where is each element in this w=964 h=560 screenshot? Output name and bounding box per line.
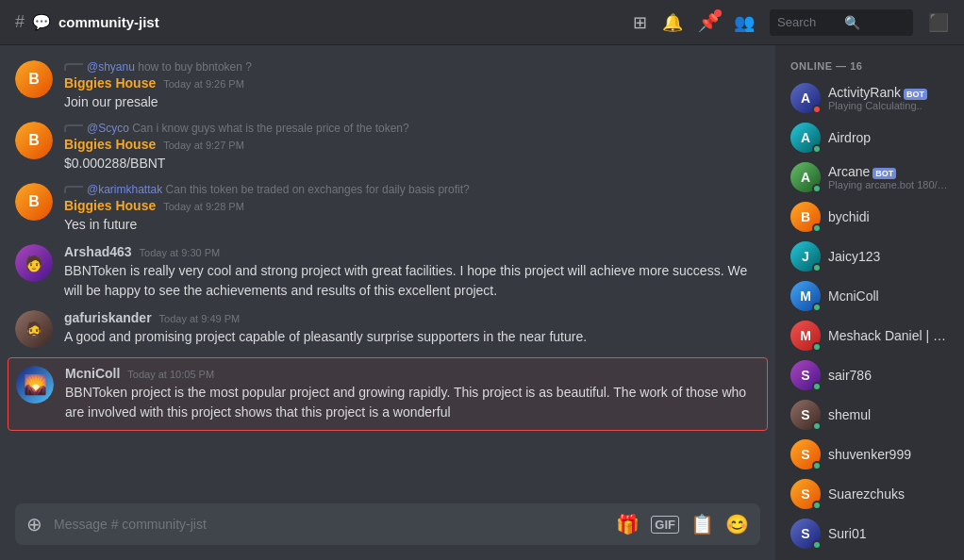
member-avatar: S <box>790 519 821 549</box>
online-member[interactable]: Sshemul <box>783 396 956 434</box>
online-member[interactable]: Ssair786 <box>783 356 956 394</box>
message-text: $0.000288/BBNT <box>64 154 760 173</box>
pin-icon[interactable]: 📌 <box>698 12 719 33</box>
hashtag-icon[interactable]: ⊞ <box>633 12 647 33</box>
member-name: sair786 <box>828 368 949 383</box>
online-header: ONLINE — 16 <box>783 60 956 72</box>
username: Biggies House <box>64 75 156 91</box>
online-member[interactable]: AAirdrop <box>783 119 956 156</box>
avatar: 🧑 <box>15 244 53 282</box>
avatar-image: 🌄 <box>16 366 54 404</box>
online-member[interactable]: SSuri01 <box>783 515 956 552</box>
add-icon[interactable]: ⊕ <box>26 513 42 535</box>
member-avatar: S <box>790 400 821 430</box>
member-avatar: A <box>790 123 821 153</box>
reply-indicator: @shyanu how to buy bbntoken ? <box>64 60 760 74</box>
message-header: Biggies HouseToday at 9:26 PM <box>64 75 760 91</box>
member-info: Suri01 <box>828 526 949 541</box>
sticker-icon[interactable]: 📋 <box>690 513 714 535</box>
emoji-icon[interactable]: 😊 <box>725 513 749 535</box>
reply-line <box>64 186 83 193</box>
inbox-icon[interactable]: ⬛ <box>928 12 949 33</box>
online-member[interactable]: MMeshack Daniel | wo <box>783 317 956 354</box>
gif-icon[interactable]: GIF <box>651 516 679 534</box>
member-avatar: S <box>790 439 821 469</box>
member-info: bychidi <box>828 209 949 224</box>
main-content: B@shyanu how to buy bbntoken ?Biggies Ho… <box>0 45 964 560</box>
members-icon[interactable]: 👥 <box>734 12 755 33</box>
input-tools: 🎁 GIF 📋 😊 <box>616 513 749 535</box>
avatar: B <box>15 122 53 159</box>
timestamp: Today at 9:30 PM <box>140 247 221 258</box>
online-sidebar: ONLINE — 16 AActivityRankBOTPlaying Calc… <box>775 45 964 560</box>
message-input[interactable]: Message # community-jist <box>54 517 605 532</box>
hash-icon: # <box>15 12 25 32</box>
message-content: @karimkhattak Can this token be traded o… <box>64 183 760 235</box>
status-dot <box>812 461 822 470</box>
member-avatar: S <box>790 360 821 390</box>
member-name: ActivityRankBOT <box>828 85 949 100</box>
member-name: Suri01 <box>828 526 949 541</box>
chat-area: B@shyanu how to buy bbntoken ?Biggies Ho… <box>0 45 775 560</box>
gift-icon[interactable]: 🎁 <box>616 513 640 535</box>
message-header: Biggies HouseToday at 9:27 PM <box>64 137 760 152</box>
search-icon: 🔍 <box>844 15 906 30</box>
bell-icon[interactable]: 🔔 <box>662 12 683 33</box>
status-dot <box>812 382 822 391</box>
online-member[interactable]: SSuarezchuks <box>783 475 956 513</box>
reply-line <box>64 124 83 132</box>
avatar: B <box>15 60 53 98</box>
member-status: Playing arcane.bot 180/736 <box>828 179 949 190</box>
message-text: BBNToken project is the most popular pro… <box>65 383 759 422</box>
timestamp: Today at 9:26 PM <box>163 78 244 90</box>
bot-badge: BOT <box>873 168 896 179</box>
member-name: shuvenker999 <box>828 447 949 462</box>
avatar-image: B <box>15 183 53 221</box>
chat-input-container: ⊕ Message # community-jist 🎁 GIF 📋 😊 <box>15 503 760 545</box>
message-group: 🌄McniCollToday at 10:05 PMBBNToken proje… <box>8 357 768 431</box>
status-dot <box>812 540 822 550</box>
member-info: Meshack Daniel | wo <box>828 328 949 343</box>
member-avatar: A <box>790 162 821 192</box>
username: Biggies House <box>64 137 156 152</box>
message-text: A good and promising project capable of … <box>64 327 760 347</box>
message-text: BBNToken is really very cool and strong … <box>64 261 760 301</box>
member-info: ActivityRankBOTPlaying Calculating.. <box>828 85 949 111</box>
timestamp: Today at 10:05 PM <box>127 369 214 380</box>
reply-mention: @karimkhattak <box>87 183 166 196</box>
member-name: bychidi <box>828 209 949 224</box>
member-info: shuvenker999 <box>828 447 949 462</box>
message-content: @Scyco Can i know guys what is the presa… <box>64 122 760 173</box>
reply-indicator: @karimkhattak Can this token be traded o… <box>64 183 760 196</box>
member-info: Airdrop <box>828 130 949 145</box>
online-member[interactable]: Bbychidi <box>783 198 956 236</box>
message-content: gafuriskanderToday at 9:49 PMA good and … <box>64 310 760 348</box>
timestamp: Today at 9:49 PM <box>159 313 241 324</box>
search-placeholder: Search <box>777 15 839 29</box>
username: Biggies House <box>64 198 156 213</box>
avatar-image: B <box>15 60 53 98</box>
search-bar[interactable]: Search 🔍 <box>770 9 913 36</box>
member-status: Playing Calculating.. <box>828 100 949 111</box>
status-dot <box>812 421 822 431</box>
reply-text: @shyanu how to buy bbntoken ? <box>87 60 252 74</box>
reply-mention: @Scyco <box>87 122 132 135</box>
username: McniColl <box>65 366 120 381</box>
avatar-image: 🧑 <box>15 244 53 282</box>
reply-line <box>64 63 83 71</box>
online-member[interactable]: AActivityRankBOTPlaying Calculating.. <box>783 79 956 117</box>
reply-mention: @shyanu <box>87 60 138 74</box>
online-member[interactable]: AArcaneBOTPlaying arcane.bot 180/736 <box>783 158 956 196</box>
message-header: Biggies HouseToday at 9:28 PM <box>64 198 760 213</box>
online-member[interactable]: Sshuvenker999 <box>783 436 956 473</box>
status-dot <box>812 223 822 233</box>
online-member[interactable]: MMcniColl <box>783 277 956 315</box>
member-info: McniColl <box>828 288 949 304</box>
member-info: Suarezchuks <box>828 486 949 502</box>
online-member[interactable]: JJaicy123 <box>783 238 956 275</box>
member-avatar: B <box>790 202 821 232</box>
member-name: McniColl <box>828 288 949 304</box>
reply-indicator: @Scyco Can i know guys what is the presa… <box>64 122 760 135</box>
message-header: gafuriskanderToday at 9:49 PM <box>64 310 760 325</box>
message-group: 🧔gafuriskanderToday at 9:49 PMA good and… <box>15 310 760 348</box>
